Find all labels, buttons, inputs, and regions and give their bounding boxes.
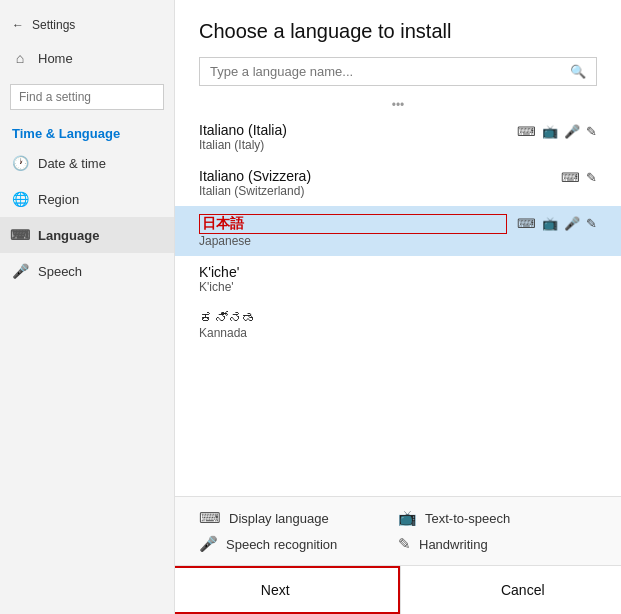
tts-feature-icon: 📺 (398, 509, 417, 527)
feature-display-language: ⌨ Display language (199, 509, 398, 527)
text-to-speech-icon: 📺 (542, 216, 558, 231)
speech-icon: 🎤 (564, 124, 580, 139)
globe-icon: 🌐 (12, 191, 28, 207)
speech-recog-feature-label: Speech recognition (226, 537, 337, 552)
feature-text-to-speech: 📺 Text-to-speech (398, 509, 597, 527)
sidebar-home-item[interactable]: ⌂ Home (0, 40, 174, 76)
cancel-button[interactable]: Cancel (400, 566, 622, 614)
sidebar-item-date-time[interactable]: 🕐 Date & time (0, 145, 174, 181)
handwriting-icon: ✎ (586, 124, 597, 139)
footer-buttons: Next Cancel (175, 565, 621, 614)
lang-text-block: K'iche' K'iche' (199, 264, 587, 294)
tts-feature-label: Text-to-speech (425, 511, 510, 526)
lang-feature-icons: ⌨ ✎ (561, 168, 597, 185)
handwriting-feature-icon: ✎ (398, 535, 411, 553)
list-item[interactable]: Italiano (Svizzera) Italian (Switzerland… (199, 160, 597, 206)
handwriting-icon: ✎ (586, 216, 597, 231)
display-lang-icon: ⌨ (517, 124, 536, 139)
lang-primary-name: Italiano (Italia) (199, 122, 507, 138)
sidebar-item-language[interactable]: ⌨ Language (0, 217, 174, 253)
lang-primary-name: ಕನ್ನಡ (199, 310, 587, 326)
home-label: Home (38, 51, 73, 66)
language-label: Language (38, 228, 99, 243)
lang-secondary-name: Italian (Switzerland) (199, 184, 551, 198)
next-button[interactable]: Next (175, 566, 400, 614)
sidebar-item-region[interactable]: 🌐 Region (0, 181, 174, 217)
list-item[interactable]: K'iche' K'iche' (199, 256, 597, 302)
language-search-input[interactable] (210, 64, 562, 79)
sidebar: ← Settings ⌂ Home Time & Language 🕐 Date… (0, 0, 175, 614)
lang-secondary-name-japanese: Japanese (199, 234, 507, 248)
lang-text-block: 日本語 Japanese (199, 214, 507, 248)
keyboard-icon: ⌨ (12, 227, 28, 243)
region-label: Region (38, 192, 79, 207)
list-truncation-indicator: ••• (199, 96, 597, 114)
lang-feature-icons: ⌨ 📺 🎤 ✎ (517, 122, 597, 139)
lang-primary-name: Italiano (Svizzera) (199, 168, 551, 184)
sidebar-section-label: Time & Language (0, 118, 174, 145)
speech-label: Speech (38, 264, 82, 279)
language-search-box[interactable]: 🔍 (199, 57, 597, 86)
text-to-speech-icon: 📺 (542, 124, 558, 139)
feature-handwriting: ✎ Handwriting (398, 535, 597, 553)
feature-panel: ⌨ Display language 📺 Text-to-speech 🎤 Sp… (175, 496, 621, 614)
page-title: Choose a language to install (199, 20, 597, 43)
display-lang-feature-icon: ⌨ (199, 509, 221, 527)
lang-secondary-name: Kannada (199, 326, 587, 340)
lang-text-block: Italiano (Italia) Italian (Italy) (199, 122, 507, 152)
list-item[interactable]: ಕನ್ನಡ Kannada (199, 302, 597, 348)
clock-icon: 🕐 (12, 155, 28, 171)
lang-primary-name: K'iche' (199, 264, 587, 280)
list-item[interactable]: Italiano (Italia) Italian (Italy) ⌨ 📺 🎤 … (199, 114, 597, 160)
display-lang-feature-label: Display language (229, 511, 329, 526)
handwriting-icon: ✎ (586, 170, 597, 185)
home-icon: ⌂ (12, 50, 28, 66)
handwriting-feature-label: Handwriting (419, 537, 488, 552)
back-label: Settings (32, 18, 75, 32)
display-lang-icon: ⌨ (561, 170, 580, 185)
lang-text-block: Italiano (Svizzera) Italian (Switzerland… (199, 168, 551, 198)
feature-speech-recognition: 🎤 Speech recognition (199, 535, 398, 553)
display-lang-icon: ⌨ (517, 216, 536, 231)
back-icon: ← (12, 18, 24, 32)
lang-primary-name-japanese: 日本語 (199, 214, 507, 234)
lang-secondary-name: Italian (Italy) (199, 138, 507, 152)
speech-icon: 🎤 (564, 216, 580, 231)
lang-feature-icons: ⌨ 📺 🎤 ✎ (517, 214, 597, 231)
search-icon: 🔍 (570, 64, 586, 79)
main-content: Choose a language to install 🔍 ••• Itali… (175, 0, 621, 614)
list-item-japanese[interactable]: 日本語 Japanese ⌨ 📺 🎤 ✎ (175, 206, 621, 256)
feature-grid: ⌨ Display language 📺 Text-to-speech 🎤 Sp… (175, 509, 621, 553)
speech-recog-feature-icon: 🎤 (199, 535, 218, 553)
date-time-label: Date & time (38, 156, 106, 171)
find-setting-input[interactable] (10, 84, 164, 110)
lang-secondary-name: K'iche' (199, 280, 587, 294)
sidebar-item-speech[interactable]: 🎤 Speech (0, 253, 174, 289)
language-list: ••• Italiano (Italia) Italian (Italy) ⌨ … (175, 96, 621, 496)
lang-text-block: ಕನ್ನಡ Kannada (199, 310, 587, 340)
back-button[interactable]: ← Settings (0, 10, 174, 40)
microphone-icon: 🎤 (12, 263, 28, 279)
